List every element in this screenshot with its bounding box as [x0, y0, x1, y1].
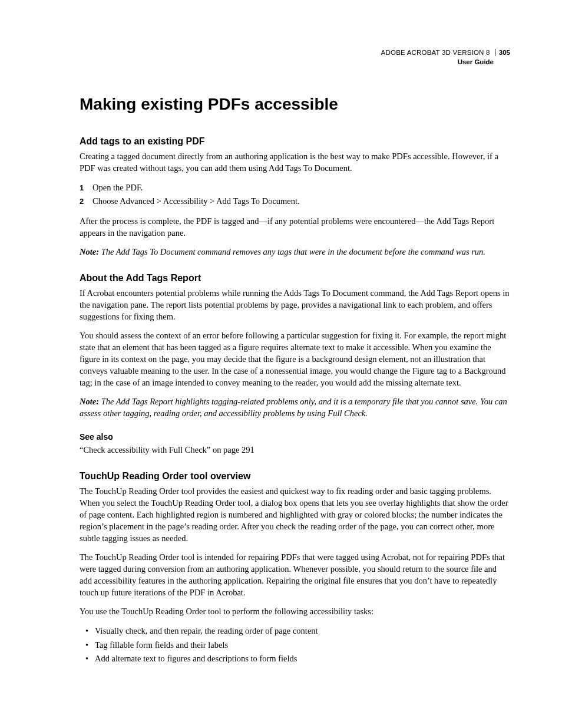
- note-label: Note:: [80, 397, 99, 406]
- header-page-number: 305: [495, 49, 510, 56]
- page-title: Making existing PDFs accessible: [80, 95, 510, 114]
- header-subtitle: User Guide: [80, 58, 510, 67]
- body-text: You should assess the context of an erro…: [80, 330, 510, 388]
- step-text: Open the PDF.: [92, 183, 143, 192]
- section-heading-add-tags-report: About the Add Tags Report: [80, 273, 510, 284]
- section-heading-add-tags: Add tags to an existing PDF: [80, 136, 510, 147]
- see-also-heading: See also: [80, 432, 510, 442]
- body-text: After the process is complete, the PDF i…: [80, 215, 510, 239]
- step-text: Choose Advanced > Accessibility > Add Ta…: [92, 196, 300, 206]
- list-item: Visually check, and then repair, the rea…: [80, 624, 510, 638]
- note: Note: The Add Tags To Document command r…: [80, 246, 510, 258]
- body-text: The TouchUp Reading Order tool is intend…: [80, 551, 510, 598]
- bulleted-list: Visually check, and then repair, the rea…: [80, 624, 510, 666]
- note-text: The Add Tags To Document command removes…: [101, 247, 485, 256]
- see-also-link: “Check accessibility with Full Check” on…: [80, 444, 510, 456]
- body-text: The TouchUp Reading Order tool provides …: [80, 485, 510, 544]
- list-item: Add alternate text to figures and descri…: [80, 652, 510, 666]
- header-product: ADOBE ACROBAT 3D VERSION 8: [381, 49, 490, 56]
- body-text: If Acrobat encounters potential problems…: [80, 287, 510, 322]
- page-header: ADOBE ACROBAT 3D VERSION 8 305 User Guid…: [80, 48, 510, 67]
- body-text: Creating a tagged document directly from…: [80, 150, 510, 174]
- list-item: Tag fillable form fields and their label…: [80, 638, 510, 652]
- note-label: Note:: [80, 247, 99, 256]
- step-item: 2Choose Advanced > Accessibility > Add T…: [80, 195, 510, 208]
- step-item: 1Open the PDF.: [80, 181, 510, 195]
- step-number: 2: [80, 196, 84, 208]
- step-number: 1: [80, 182, 84, 195]
- body-text: You use the TouchUp Reading Order tool t…: [80, 605, 510, 617]
- note: Note: The Add Tags Report highlights tag…: [80, 396, 510, 419]
- document-page: ADOBE ACROBAT 3D VERSION 8 305 User Guid…: [0, 0, 562, 708]
- note-text: The Add Tags Report highlights tagging-r…: [80, 397, 507, 418]
- numbered-steps: 1Open the PDF. 2Choose Advanced > Access…: [80, 181, 510, 208]
- section-heading-touchup: TouchUp Reading Order tool overview: [80, 471, 510, 482]
